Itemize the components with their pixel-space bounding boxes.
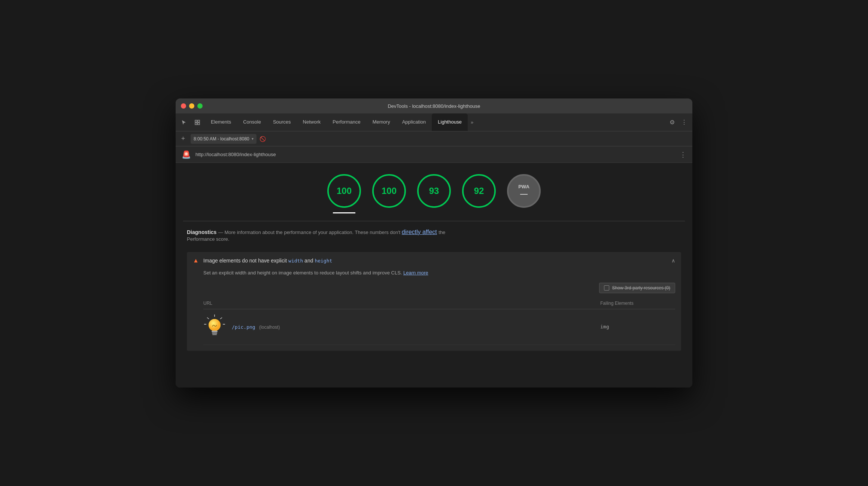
diagnostics-link[interactable]: directly affect	[402, 229, 437, 235]
diagnostics-title: Diagnostics	[187, 229, 216, 235]
new-tab-button[interactable]: +	[179, 135, 188, 143]
third-party-label: Show 3rd-party resources (0)	[612, 285, 670, 291]
svg-rect-0	[195, 120, 197, 122]
audit-title: Image elements do not have explicit widt…	[203, 258, 667, 264]
svg-rect-12	[212, 332, 217, 334]
accessibility-score-container: 100	[372, 174, 406, 213]
performance-score-underline	[333, 212, 355, 213]
inspect-icon[interactable]	[191, 116, 203, 128]
svg-rect-2	[195, 123, 197, 125]
window-title: DevTools - localhost:8080/index-lighthou…	[388, 103, 480, 109]
svg-rect-1	[198, 120, 200, 122]
audit-title-before: Image elements do not have explicit	[203, 258, 288, 264]
svg-line-5	[220, 318, 222, 319]
url-dropdown-icon[interactable]: ▾	[252, 137, 254, 141]
table-row: /pic.png (localhost) img	[203, 309, 675, 345]
settings-icon[interactable]: ⚙	[666, 116, 678, 128]
failing-element: img	[600, 324, 675, 329]
lighthouse-icon: 🚨	[182, 150, 191, 159]
audit-header[interactable]: ▲ Image elements do not have explicit wi…	[187, 252, 681, 269]
tab-performance[interactable]: Performance	[327, 113, 366, 131]
diagnostics-section: Diagnostics — More information about the…	[176, 221, 692, 246]
diagnostics-separator: —	[218, 230, 225, 235]
audit-title-and: and	[303, 258, 315, 264]
audit-item-image-dimensions: ▲ Image elements do not have explicit wi…	[187, 252, 681, 351]
url-origin: (localhost)	[259, 325, 280, 330]
title-bar: DevTools - localhost:8080/index-lighthou…	[176, 98, 692, 113]
svg-rect-13	[212, 334, 217, 335]
svg-point-10	[209, 319, 221, 331]
best-practices-score-container: 93	[417, 174, 451, 213]
lightbulb-icon	[203, 314, 226, 340]
pwa-dash: —	[520, 189, 528, 198]
more-options-icon[interactable]: ⋮	[678, 116, 690, 128]
audit-table: URL Failing Elements	[203, 298, 675, 345]
no-entry-icon[interactable]: 🚫	[260, 136, 266, 142]
minimize-button[interactable]	[189, 103, 194, 109]
cursor-icon[interactable]	[178, 116, 190, 128]
lighthouse-url-bar: 🚨 http://localhost:8080/index-lighthouse…	[176, 146, 692, 163]
audit-collapse-icon[interactable]: ∧	[671, 258, 675, 264]
learn-more-link[interactable]: Learn more	[403, 270, 428, 276]
col-failing-header: Failing Elements	[600, 301, 675, 306]
pwa-score-container: PWA —	[507, 174, 541, 213]
third-party-checkbox[interactable]	[604, 285, 609, 291]
url-info: /pic.png (localhost)	[232, 324, 280, 330]
performance-score-container: 100	[327, 174, 361, 213]
tab-lighthouse[interactable]: Lighthouse	[432, 113, 468, 131]
audit-warning-icon: ▲	[193, 257, 199, 264]
third-party-toggle[interactable]: Show 3rd-party resources (0)	[599, 283, 675, 293]
more-tabs-button[interactable]: »	[468, 119, 476, 125]
devtools-window: DevTools - localhost:8080/index-lighthou…	[176, 98, 692, 388]
lighthouse-more-icon[interactable]: ⋮	[680, 151, 686, 159]
audit-title-height: height	[315, 258, 332, 264]
url-link[interactable]: /pic.png	[232, 324, 255, 330]
pwa-score-circle[interactable]: PWA —	[507, 174, 541, 208]
image-thumbnail	[203, 314, 226, 340]
performance-score-circle[interactable]: 100	[327, 174, 361, 208]
address-bar: + 8:00:50 AM - localhost:8080 ▾ 🚫	[176, 131, 692, 146]
close-button[interactable]	[181, 103, 186, 109]
devtools-tabs: Elements Console Sources Network Perform…	[176, 113, 692, 131]
tab-application[interactable]: Application	[396, 113, 432, 131]
accessibility-score-value: 100	[382, 186, 397, 196]
accessibility-score-circle[interactable]: 100	[372, 174, 406, 208]
tab-sources[interactable]: Sources	[267, 113, 297, 131]
performance-score-value: 100	[337, 186, 352, 196]
tab-memory[interactable]: Memory	[367, 113, 396, 131]
audit-body: Set an explicit width and height on imag…	[187, 269, 681, 351]
best-practices-score-circle[interactable]: 93	[417, 174, 451, 208]
traffic-lights	[181, 103, 203, 109]
url-text: 8:00:50 AM - localhost:8080	[194, 136, 249, 142]
url-display[interactable]: 8:00:50 AM - localhost:8080 ▾	[191, 134, 257, 144]
tab-elements[interactable]: Elements	[205, 113, 237, 131]
diagnostics-desc-before: More information about the performance o…	[224, 230, 401, 235]
seo-score-container: 92	[462, 174, 496, 213]
url-cell: /pic.png (localhost)	[203, 314, 600, 340]
seo-score-value: 92	[474, 186, 484, 196]
best-practices-score-value: 93	[429, 186, 439, 196]
svg-rect-11	[212, 331, 218, 332]
svg-line-7	[207, 318, 209, 319]
audit-table-header: URL Failing Elements	[203, 298, 675, 309]
main-content: 100 100 93 92 PWA	[176, 163, 692, 388]
lighthouse-url: http://localhost:8080/index-lighthouse	[195, 152, 276, 157]
diagnostics-line2: Performance score.	[187, 236, 229, 242]
audit-description: Set an explicit width and height on imag…	[203, 269, 675, 277]
scores-row: 100 100 93 92 PWA	[176, 163, 692, 221]
audit-title-width: width	[288, 258, 303, 264]
col-url-header: URL	[203, 301, 600, 306]
tab-network[interactable]: Network	[297, 113, 327, 131]
diagnostics-desc-after: the	[438, 230, 445, 235]
third-party-row: Show 3rd-party resources (0)	[203, 283, 675, 293]
svg-rect-3	[198, 123, 200, 125]
pwa-label: PWA	[518, 184, 529, 189]
maximize-button[interactable]	[197, 103, 203, 109]
seo-score-circle[interactable]: 92	[462, 174, 496, 208]
tab-console[interactable]: Console	[237, 113, 267, 131]
